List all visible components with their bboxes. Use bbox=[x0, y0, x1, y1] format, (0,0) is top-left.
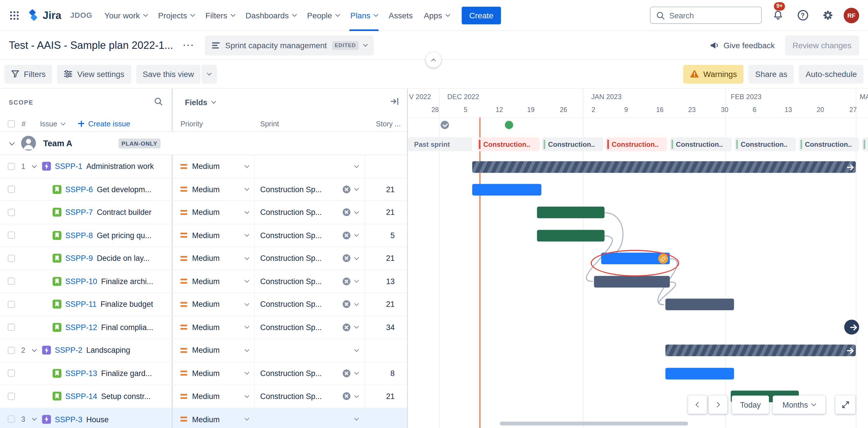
expand-chevron-icon[interactable] bbox=[30, 419, 38, 420]
row-checkbox[interactable] bbox=[8, 163, 15, 170]
sprint-select[interactable]: Construction Sp... bbox=[255, 201, 365, 224]
issue-row-sspp-7[interactable]: SSPP-7 Contract builder Medium Construct… bbox=[0, 201, 407, 224]
nav-filters[interactable]: Filters bbox=[200, 0, 240, 31]
user-avatar[interactable]: RF bbox=[844, 7, 859, 23]
row-checkbox[interactable] bbox=[8, 416, 15, 423]
team-group-row[interactable]: Team A PLAN-ONLY bbox=[0, 132, 407, 155]
row-checkbox[interactable] bbox=[8, 232, 15, 239]
notifications-button[interactable]: 9+ bbox=[769, 6, 787, 24]
nav-plans[interactable]: Plans bbox=[345, 0, 383, 31]
issue-row-sspp-3[interactable]: 3 SSPP-3 House Medium bbox=[0, 408, 407, 428]
issue-row-sspp-13[interactable]: SSPP-13 Finalize gard... Medium Construc… bbox=[0, 362, 407, 385]
sprint-select[interactable] bbox=[255, 155, 365, 177]
global-search[interactable] bbox=[650, 7, 762, 24]
more-actions-button[interactable]: ··· bbox=[179, 38, 199, 52]
gantt-bar-sspp-13[interactable] bbox=[665, 368, 734, 379]
row-checkbox[interactable] bbox=[8, 324, 15, 331]
clear-sprint-icon[interactable] bbox=[343, 255, 350, 262]
collapse-fields-button[interactable] bbox=[391, 97, 399, 108]
timeline-panel[interactable]: V 2022 DEC 2022 JAN 2023 FEB 2023 MA 28 … bbox=[408, 89, 868, 428]
priority-select[interactable]: Medium bbox=[173, 339, 255, 361]
nav-apps[interactable]: Apps bbox=[418, 0, 455, 31]
priority-select[interactable]: Medium bbox=[173, 270, 255, 292]
story-points-cell[interactable]: 13 bbox=[365, 270, 407, 292]
issue-key-link[interactable]: SSPP-11 bbox=[65, 300, 97, 309]
priority-select[interactable]: Medium bbox=[173, 155, 255, 177]
issue-row-sspp-6[interactable]: SSPP-6 Get developm... Medium Constructi… bbox=[0, 178, 407, 201]
row-checkbox[interactable] bbox=[8, 255, 15, 262]
scope-search-button[interactable] bbox=[154, 97, 163, 108]
clear-sprint-icon[interactable] bbox=[343, 369, 350, 377]
story-points-cell[interactable]: 34 bbox=[365, 316, 407, 338]
auto-schedule-button[interactable]: Auto-schedule bbox=[799, 65, 863, 84]
issue-key-link[interactable]: SSPP-8 bbox=[65, 231, 93, 240]
sprint-select[interactable]: Construction Sp... bbox=[255, 385, 365, 407]
sprint-chip[interactable]: Construction.. bbox=[606, 137, 667, 151]
priority-select[interactable]: Medium bbox=[173, 178, 255, 200]
sprint-select[interactable] bbox=[255, 408, 365, 428]
issue-key-link[interactable]: SSPP-6 bbox=[65, 185, 93, 194]
sprint-chip[interactable]: Construction.. bbox=[542, 137, 603, 151]
sprint-chip[interactable]: Construction.. bbox=[799, 137, 859, 151]
view-selector[interactable]: Sprint capacity management EDITED bbox=[205, 35, 374, 55]
sprint-select[interactable]: Construction Sp... bbox=[255, 362, 365, 384]
story-points-cell[interactable]: 21 bbox=[365, 293, 407, 315]
save-view-caret-button[interactable] bbox=[202, 65, 217, 84]
row-checkbox[interactable] bbox=[8, 209, 15, 216]
gantt-bar-sspp-8[interactable] bbox=[537, 230, 604, 241]
nav-people[interactable]: People bbox=[301, 0, 345, 31]
story-points-cell[interactable] bbox=[365, 339, 407, 361]
gantt-bar-sspp-11[interactable] bbox=[665, 298, 734, 310]
issue-key-link[interactable]: SSPP-14 bbox=[65, 392, 97, 401]
nav-projects[interactable]: Projects bbox=[153, 0, 200, 31]
clear-sprint-icon[interactable] bbox=[343, 301, 350, 308]
expand-chevron-icon[interactable] bbox=[30, 166, 38, 167]
gantt-bar-sspp-10[interactable] bbox=[594, 276, 670, 288]
story-points-cell[interactable] bbox=[365, 155, 407, 177]
priority-select[interactable]: Medium bbox=[173, 362, 255, 384]
issue-row-sspp-12[interactable]: SSPP-12 Final complia... Medium Construc… bbox=[0, 316, 407, 339]
story-points-cell[interactable]: 5 bbox=[365, 224, 407, 247]
priority-select[interactable]: Medium bbox=[173, 316, 255, 338]
gantt-bar-sspp-6[interactable] bbox=[472, 184, 541, 195]
clear-sprint-icon[interactable] bbox=[343, 231, 350, 239]
collapse-team-chevron-icon[interactable] bbox=[9, 140, 14, 145]
dependency-link-badge[interactable] bbox=[658, 254, 668, 264]
gantt-bar-sspp-1[interactable] bbox=[472, 161, 856, 173]
issue-key-link[interactable]: SSPP-10 bbox=[65, 277, 97, 286]
create-button[interactable]: Create bbox=[462, 6, 501, 24]
horizontal-scrollbar[interactable] bbox=[500, 422, 688, 426]
sprint-select[interactable]: Construction Sp... bbox=[255, 224, 365, 247]
fullscreen-button[interactable] bbox=[835, 396, 855, 414]
row-checkbox[interactable] bbox=[8, 301, 15, 308]
review-changes-button[interactable]: Review changes bbox=[785, 35, 859, 55]
priority-select[interactable]: Medium bbox=[173, 201, 255, 224]
priority-select[interactable]: Medium bbox=[173, 293, 255, 315]
sprint-select[interactable]: Construction Sp... bbox=[255, 293, 365, 315]
scroll-right-button[interactable] bbox=[709, 396, 727, 414]
nav-dashboards[interactable]: Dashboards bbox=[240, 0, 301, 31]
sprint-chip[interactable]: Construction.. bbox=[735, 137, 796, 151]
issue-row-sspp-11[interactable]: SSPP-11 Finalize budget Medium Construct… bbox=[0, 293, 407, 316]
issue-row-sspp-1[interactable]: 1 SSPP-1 Administration work Medium bbox=[0, 155, 407, 178]
issue-key-link[interactable]: SSPP-9 bbox=[65, 254, 93, 263]
row-checkbox[interactable] bbox=[8, 393, 15, 400]
row-checkbox[interactable] bbox=[8, 370, 15, 377]
create-issue-button[interactable]: Create issue bbox=[79, 119, 130, 128]
issue-row-sspp-9[interactable]: SSPP-9 Decide on lay... Medium Construct… bbox=[0, 247, 407, 270]
gantt-bar-sspp-2[interactable] bbox=[665, 345, 856, 356]
story-points-cell[interactable]: 21 bbox=[365, 385, 407, 407]
priority-select[interactable]: Medium bbox=[173, 247, 255, 269]
warnings-button[interactable]: Warnings bbox=[683, 65, 744, 84]
sprint-select[interactable]: Construction Sp... bbox=[255, 247, 365, 269]
story-points-cell[interactable]: 21 bbox=[365, 178, 407, 200]
collapse-header-button[interactable] bbox=[426, 52, 441, 67]
row-checkbox[interactable] bbox=[8, 186, 15, 193]
app-switcher-icon[interactable] bbox=[5, 6, 23, 24]
sprint-select[interactable]: Construction Sp... bbox=[255, 270, 365, 292]
settings-button[interactable] bbox=[818, 6, 836, 24]
nav-your-work[interactable]: Your work bbox=[99, 0, 153, 31]
issue-row-sspp-14[interactable]: SSPP-14 Setup constr... Medium Construct… bbox=[0, 385, 407, 408]
issue-key-link[interactable]: SSPP-12 bbox=[65, 323, 97, 332]
sprint-chip[interactable]: Construction.. bbox=[862, 137, 868, 151]
